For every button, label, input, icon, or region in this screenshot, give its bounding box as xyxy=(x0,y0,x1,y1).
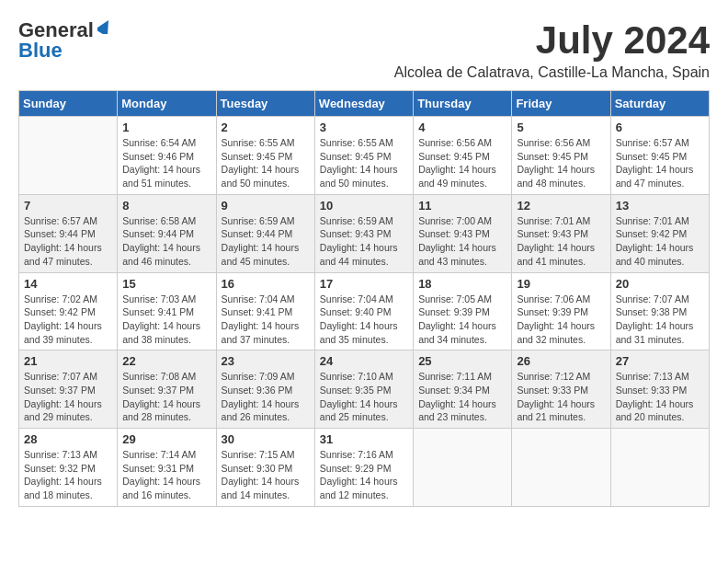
calendar-week-row: 14Sunrise: 7:02 AM Sunset: 9:42 PM Dayli… xyxy=(19,272,710,350)
calendar-cell: 13Sunrise: 7:01 AM Sunset: 9:42 PM Dayli… xyxy=(610,194,709,272)
calendar-cell: 12Sunrise: 7:01 AM Sunset: 9:43 PM Dayli… xyxy=(512,194,610,272)
calendar-cell: 14Sunrise: 7:02 AM Sunset: 9:42 PM Dayli… xyxy=(19,272,118,350)
day-info: Sunrise: 7:12 AM Sunset: 9:33 PM Dayligh… xyxy=(517,370,605,424)
day-info: Sunrise: 7:06 AM Sunset: 9:39 PM Dayligh… xyxy=(517,293,605,347)
day-number: 20 xyxy=(616,277,704,291)
day-number: 12 xyxy=(517,199,605,213)
calendar-title: July 2024 xyxy=(394,18,710,63)
calendar-cell xyxy=(414,429,512,507)
calendar-cell xyxy=(512,429,610,507)
day-info: Sunrise: 7:05 AM Sunset: 9:39 PM Dayligh… xyxy=(418,293,506,347)
day-number: 21 xyxy=(24,354,112,368)
day-info: Sunrise: 6:58 AM Sunset: 9:44 PM Dayligh… xyxy=(122,214,210,269)
day-info: Sunrise: 7:01 AM Sunset: 9:42 PM Dayligh… xyxy=(616,214,704,269)
logo-blue-text: Blue xyxy=(18,39,63,63)
calendar-cell: 30Sunrise: 7:15 AM Sunset: 9:30 PM Dayli… xyxy=(216,429,314,507)
day-info: Sunrise: 6:56 AM Sunset: 9:45 PM Dayligh… xyxy=(517,136,605,190)
logo: General Blue xyxy=(18,18,112,63)
day-number: 29 xyxy=(122,432,210,446)
calendar-subtitle: Alcolea de Calatrava, Castille-La Mancha… xyxy=(394,64,710,81)
day-number: 17 xyxy=(320,277,408,291)
calendar-week-row: 21Sunrise: 7:07 AM Sunset: 9:37 PM Dayli… xyxy=(19,350,710,429)
calendar-cell: 18Sunrise: 7:05 AM Sunset: 9:39 PM Dayli… xyxy=(414,272,512,350)
calendar-cell: 21Sunrise: 7:07 AM Sunset: 9:37 PM Dayli… xyxy=(19,350,118,429)
day-info: Sunrise: 7:07 AM Sunset: 9:38 PM Dayligh… xyxy=(616,293,704,347)
day-number: 26 xyxy=(517,354,605,368)
weekday-header-row: SundayMondayTuesdayWednesdayThursdayFrid… xyxy=(19,91,710,117)
logo-triangle-shape xyxy=(97,19,112,38)
calendar-cell: 2Sunrise: 6:55 AM Sunset: 9:45 PM Daylig… xyxy=(216,117,314,195)
day-number: 28 xyxy=(24,432,112,446)
calendar-cell: 8Sunrise: 6:58 AM Sunset: 9:44 PM Daylig… xyxy=(118,194,216,272)
day-number: 15 xyxy=(122,277,210,291)
day-number: 6 xyxy=(616,121,704,134)
weekday-wednesday: Wednesday xyxy=(314,91,413,117)
day-number: 8 xyxy=(122,199,210,213)
calendar-cell: 4Sunrise: 6:56 AM Sunset: 9:45 PM Daylig… xyxy=(414,117,512,195)
day-info: Sunrise: 7:00 AM Sunset: 9:43 PM Dayligh… xyxy=(418,214,506,269)
day-info: Sunrise: 7:02 AM Sunset: 9:42 PM Dayligh… xyxy=(24,293,112,347)
day-number: 7 xyxy=(24,199,112,213)
day-info: Sunrise: 7:14 AM Sunset: 9:31 PM Dayligh… xyxy=(122,448,210,502)
day-info: Sunrise: 7:16 AM Sunset: 9:29 PM Dayligh… xyxy=(320,448,408,502)
day-info: Sunrise: 6:55 AM Sunset: 9:45 PM Dayligh… xyxy=(222,136,310,190)
weekday-saturday: Saturday xyxy=(610,91,709,117)
calendar-cell: 19Sunrise: 7:06 AM Sunset: 9:39 PM Dayli… xyxy=(512,272,610,350)
day-number: 30 xyxy=(222,432,310,446)
calendar-cell: 26Sunrise: 7:12 AM Sunset: 9:33 PM Dayli… xyxy=(512,350,610,429)
weekday-sunday: Sunday xyxy=(19,91,118,117)
calendar-cell: 15Sunrise: 7:03 AM Sunset: 9:41 PM Dayli… xyxy=(118,272,216,350)
day-number: 27 xyxy=(616,354,704,368)
day-number: 11 xyxy=(418,199,506,213)
day-info: Sunrise: 7:09 AM Sunset: 9:36 PM Dayligh… xyxy=(222,370,310,424)
day-number: 22 xyxy=(122,354,210,368)
day-number: 3 xyxy=(320,121,408,134)
weekday-tuesday: Tuesday xyxy=(216,91,314,117)
calendar-cell: 5Sunrise: 6:56 AM Sunset: 9:45 PM Daylig… xyxy=(512,117,610,195)
day-number: 19 xyxy=(517,277,605,291)
calendar-cell: 9Sunrise: 6:59 AM Sunset: 9:44 PM Daylig… xyxy=(216,194,314,272)
svg-marker-0 xyxy=(97,19,112,34)
calendar-cell: 23Sunrise: 7:09 AM Sunset: 9:36 PM Dayli… xyxy=(216,350,314,429)
calendar-cell: 31Sunrise: 7:16 AM Sunset: 9:29 PM Dayli… xyxy=(314,429,413,507)
weekday-monday: Monday xyxy=(118,91,216,117)
weekday-friday: Friday xyxy=(512,91,610,117)
calendar-cell xyxy=(19,117,118,195)
day-info: Sunrise: 6:56 AM Sunset: 9:45 PM Dayligh… xyxy=(418,136,506,190)
day-info: Sunrise: 7:15 AM Sunset: 9:30 PM Dayligh… xyxy=(222,448,310,502)
day-info: Sunrise: 7:07 AM Sunset: 9:37 PM Dayligh… xyxy=(24,370,112,424)
calendar-cell xyxy=(610,429,709,507)
day-number: 2 xyxy=(222,121,310,134)
day-number: 13 xyxy=(616,199,704,213)
calendar-cell: 7Sunrise: 6:57 AM Sunset: 9:44 PM Daylig… xyxy=(19,194,118,272)
calendar-cell: 10Sunrise: 6:59 AM Sunset: 9:43 PM Dayli… xyxy=(314,194,413,272)
calendar-cell: 28Sunrise: 7:13 AM Sunset: 9:32 PM Dayli… xyxy=(19,429,118,507)
day-info: Sunrise: 7:08 AM Sunset: 9:37 PM Dayligh… xyxy=(122,370,210,424)
calendar-week-row: 1Sunrise: 6:54 AM Sunset: 9:46 PM Daylig… xyxy=(19,117,710,195)
calendar-cell: 6Sunrise: 6:57 AM Sunset: 9:45 PM Daylig… xyxy=(610,117,709,195)
calendar-table: SundayMondayTuesdayWednesdayThursdayFrid… xyxy=(18,90,710,507)
calendar-cell: 1Sunrise: 6:54 AM Sunset: 9:46 PM Daylig… xyxy=(118,117,216,195)
calendar-cell: 3Sunrise: 6:55 AM Sunset: 9:45 PM Daylig… xyxy=(314,117,413,195)
day-number: 24 xyxy=(320,354,408,368)
day-info: Sunrise: 7:13 AM Sunset: 9:33 PM Dayligh… xyxy=(616,370,704,424)
calendar-cell: 27Sunrise: 7:13 AM Sunset: 9:33 PM Dayli… xyxy=(610,350,709,429)
day-number: 16 xyxy=(222,277,310,291)
calendar-cell: 16Sunrise: 7:04 AM Sunset: 9:41 PM Dayli… xyxy=(216,272,314,350)
calendar-cell: 20Sunrise: 7:07 AM Sunset: 9:38 PM Dayli… xyxy=(610,272,709,350)
day-number: 23 xyxy=(222,354,310,368)
day-info: Sunrise: 6:57 AM Sunset: 9:44 PM Dayligh… xyxy=(24,214,112,269)
day-info: Sunrise: 6:55 AM Sunset: 9:45 PM Dayligh… xyxy=(320,136,408,190)
calendar-cell: 24Sunrise: 7:10 AM Sunset: 9:35 PM Dayli… xyxy=(314,350,413,429)
calendar-cell: 29Sunrise: 7:14 AM Sunset: 9:31 PM Dayli… xyxy=(118,429,216,507)
day-number: 14 xyxy=(24,277,112,291)
day-number: 5 xyxy=(517,121,605,134)
calendar-week-row: 7Sunrise: 6:57 AM Sunset: 9:44 PM Daylig… xyxy=(19,194,710,272)
header: General Blue July 2024 Alcolea de Calatr… xyxy=(18,18,710,81)
day-info: Sunrise: 7:04 AM Sunset: 9:40 PM Dayligh… xyxy=(320,293,408,347)
day-info: Sunrise: 6:57 AM Sunset: 9:45 PM Dayligh… xyxy=(616,136,704,190)
calendar-cell: 22Sunrise: 7:08 AM Sunset: 9:37 PM Dayli… xyxy=(118,350,216,429)
day-number: 18 xyxy=(418,277,506,291)
day-number: 31 xyxy=(320,432,408,446)
day-number: 4 xyxy=(418,121,506,134)
